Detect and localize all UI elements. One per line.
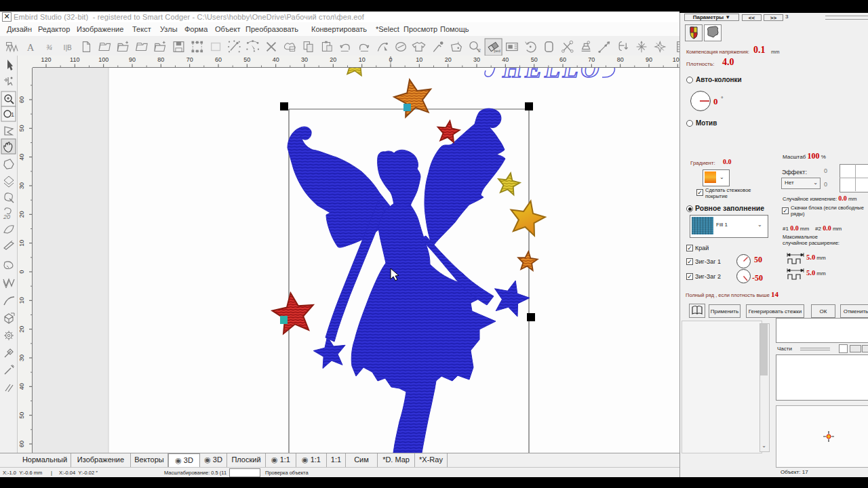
svg-text:10: 10 — [18, 240, 25, 247]
svg-text:50: 50 — [531, 56, 538, 63]
svg-text:50: 50 — [18, 125, 25, 131]
svg-text:110: 110 — [70, 56, 79, 63]
svg-text:20: 20 — [18, 326, 25, 333]
svg-text:30: 30 — [301, 56, 308, 63]
svg-text:100: 100 — [673, 56, 679, 63]
svg-text:60: 60 — [18, 441, 25, 447]
svg-text:90: 90 — [646, 56, 652, 63]
svg-text:¾: ¾ — [46, 43, 52, 52]
svg-text:40: 40 — [273, 56, 279, 63]
svg-text:10: 10 — [416, 56, 422, 63]
svg-text:10: 10 — [359, 56, 366, 63]
svg-text:80: 80 — [157, 56, 164, 63]
svg-text:50: 50 — [243, 56, 250, 63]
svg-text:60: 60 — [18, 96, 25, 103]
svg-text:50: 50 — [18, 412, 25, 419]
svg-text:10: 10 — [18, 297, 25, 304]
svg-text:ped: ped — [494, 49, 500, 53]
svg-text:100: 100 — [98, 56, 108, 63]
svg-text:0: 0 — [389, 56, 392, 63]
svg-text:HELLO: HELLO — [502, 68, 601, 83]
svg-text:20: 20 — [3, 214, 10, 220]
svg-text:40: 40 — [18, 383, 25, 390]
svg-text:1: 1 — [11, 111, 14, 118]
svg-text:I|B: I|B — [64, 44, 72, 52]
svg-text:30: 30 — [18, 182, 25, 189]
svg-text:90: 90 — [129, 56, 136, 63]
svg-text:0: 0 — [18, 270, 25, 273]
svg-text:30: 30 — [473, 56, 480, 63]
svg-text:30: 30 — [18, 354, 25, 361]
svg-text:20: 20 — [18, 211, 25, 218]
svg-text:2: 2 — [478, 47, 481, 54]
svg-text:80: 80 — [617, 56, 624, 63]
svg-text:60: 60 — [215, 56, 222, 63]
svg-text:40: 40 — [18, 154, 25, 161]
svg-text:20: 20 — [330, 56, 336, 63]
svg-text:40: 40 — [502, 56, 509, 63]
svg-text:70: 70 — [186, 56, 193, 63]
svg-text:120: 120 — [41, 56, 51, 63]
svg-text:20: 20 — [445, 56, 452, 63]
svg-text:A: A — [27, 42, 35, 53]
svg-text:60: 60 — [559, 56, 566, 63]
svg-text:70: 70 — [588, 56, 595, 63]
